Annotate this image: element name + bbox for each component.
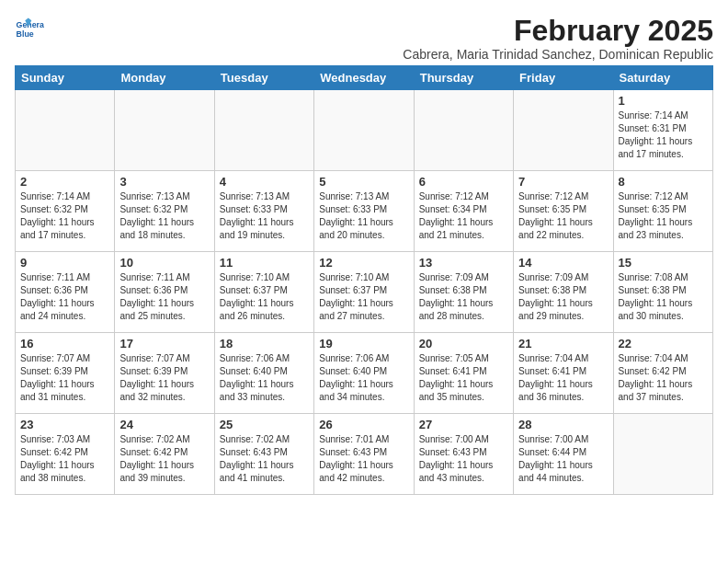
calendar-cell: 26Sunrise: 7:01 AM Sunset: 6:43 PM Dayli… [314,414,414,495]
day-number: 23 [20,418,109,431]
calendar-cell: 11Sunrise: 7:10 AM Sunset: 6:37 PM Dayli… [214,252,313,333]
calendar-week-row: 16Sunrise: 7:07 AM Sunset: 6:39 PM Dayli… [16,333,713,414]
day-number: 16 [20,337,109,350]
day-number: 2 [20,175,109,189]
calendar-cell [16,90,115,171]
day-info: Sunrise: 7:09 AM Sunset: 6:38 PM Dayligh… [419,271,508,323]
calendar-cell: 6Sunrise: 7:12 AM Sunset: 6:34 PM Daylig… [414,171,513,252]
calendar-cell: 12Sunrise: 7:10 AM Sunset: 6:37 PM Dayli… [314,252,414,333]
day-info: Sunrise: 7:10 AM Sunset: 6:37 PM Dayligh… [319,271,408,323]
day-info: Sunrise: 7:12 AM Sunset: 6:34 PM Dayligh… [419,190,508,242]
calendar-cell: 16Sunrise: 7:07 AM Sunset: 6:39 PM Dayli… [16,333,115,414]
calendar-cell: 20Sunrise: 7:05 AM Sunset: 6:41 PM Dayli… [414,333,513,414]
day-info: Sunrise: 7:13 AM Sunset: 6:33 PM Dayligh… [220,190,309,242]
day-info: Sunrise: 7:14 AM Sunset: 6:31 PM Dayligh… [619,109,708,161]
weekday-header-saturday: Saturday [613,66,712,90]
calendar-cell [314,90,414,171]
calendar-cell: 28Sunrise: 7:00 AM Sunset: 6:44 PM Dayli… [514,414,613,495]
title-area: February 2025 Cabrera, Maria Trinidad Sa… [403,15,713,62]
day-info: Sunrise: 7:11 AM Sunset: 6:36 PM Dayligh… [20,271,109,323]
day-info: Sunrise: 7:10 AM Sunset: 6:37 PM Dayligh… [220,271,309,323]
weekday-header-wednesday: Wednesday [314,66,414,90]
calendar-cell: 2Sunrise: 7:14 AM Sunset: 6:32 PM Daylig… [16,171,115,252]
day-info: Sunrise: 7:09 AM Sunset: 6:38 PM Dayligh… [518,271,608,323]
location-subtitle: Cabrera, Maria Trinidad Sanchez, Dominic… [403,47,713,62]
day-number: 8 [619,175,708,189]
calendar-table: SundayMondayTuesdayWednesdayThursdayFrid… [15,65,713,495]
calendar-cell: 8Sunrise: 7:12 AM Sunset: 6:35 PM Daylig… [613,171,712,252]
logo-icon: General Blue [15,15,44,44]
day-info: Sunrise: 7:02 AM Sunset: 6:42 PM Dayligh… [119,433,209,485]
day-info: Sunrise: 7:05 AM Sunset: 6:41 PM Dayligh… [419,352,508,404]
calendar-cell [414,90,513,171]
calendar-cell: 7Sunrise: 7:12 AM Sunset: 6:35 PM Daylig… [514,171,613,252]
calendar-cell: 3Sunrise: 7:13 AM Sunset: 6:32 PM Daylig… [115,171,214,252]
day-number: 14 [518,256,608,270]
calendar-cell: 1Sunrise: 7:14 AM Sunset: 6:31 PM Daylig… [613,90,712,171]
day-number: 19 [319,337,408,350]
day-info: Sunrise: 7:07 AM Sunset: 6:39 PM Dayligh… [119,352,209,404]
day-info: Sunrise: 7:13 AM Sunset: 6:32 PM Dayligh… [119,190,209,242]
day-number: 24 [119,418,209,431]
day-info: Sunrise: 7:08 AM Sunset: 6:38 PM Dayligh… [619,271,708,323]
month-title: February 2025 [403,15,713,47]
calendar-cell: 9Sunrise: 7:11 AM Sunset: 6:36 PM Daylig… [16,252,115,333]
day-number: 15 [619,256,708,270]
weekday-header-sunday: Sunday [16,66,115,90]
calendar-cell: 13Sunrise: 7:09 AM Sunset: 6:38 PM Dayli… [414,252,513,333]
day-info: Sunrise: 7:00 AM Sunset: 6:43 PM Dayligh… [419,433,508,485]
day-number: 11 [220,256,309,270]
calendar-cell: 17Sunrise: 7:07 AM Sunset: 6:39 PM Dayli… [115,333,214,414]
calendar-cell [613,414,712,495]
day-info: Sunrise: 7:07 AM Sunset: 6:39 PM Dayligh… [20,352,109,404]
day-info: Sunrise: 7:12 AM Sunset: 6:35 PM Dayligh… [518,190,608,242]
calendar-cell: 15Sunrise: 7:08 AM Sunset: 6:38 PM Dayli… [613,252,712,333]
calendar-cell: 5Sunrise: 7:13 AM Sunset: 6:33 PM Daylig… [314,171,414,252]
day-info: Sunrise: 7:02 AM Sunset: 6:43 PM Dayligh… [220,433,309,485]
day-number: 5 [319,175,408,189]
day-number: 4 [220,175,309,189]
calendar-week-row: 1Sunrise: 7:14 AM Sunset: 6:31 PM Daylig… [16,90,713,171]
calendar-cell: 19Sunrise: 7:06 AM Sunset: 6:40 PM Dayli… [314,333,414,414]
calendar-cell [115,90,214,171]
day-number: 22 [619,337,708,350]
calendar-cell: 23Sunrise: 7:03 AM Sunset: 6:42 PM Dayli… [16,414,115,495]
day-number: 27 [419,418,508,431]
day-info: Sunrise: 7:06 AM Sunset: 6:40 PM Dayligh… [220,352,309,404]
day-number: 26 [319,418,408,431]
day-info: Sunrise: 7:13 AM Sunset: 6:33 PM Dayligh… [319,190,408,242]
calendar-week-row: 9Sunrise: 7:11 AM Sunset: 6:36 PM Daylig… [16,252,713,333]
calendar-cell: 22Sunrise: 7:04 AM Sunset: 6:42 PM Dayli… [613,333,712,414]
day-number: 6 [419,175,508,189]
day-info: Sunrise: 7:00 AM Sunset: 6:44 PM Dayligh… [518,433,608,485]
day-info: Sunrise: 7:14 AM Sunset: 6:32 PM Dayligh… [20,190,109,242]
day-number: 18 [220,337,309,350]
weekday-header-tuesday: Tuesday [214,66,313,90]
calendar-cell: 27Sunrise: 7:00 AM Sunset: 6:43 PM Dayli… [414,414,513,495]
calendar-cell [214,90,313,171]
day-number: 17 [119,337,209,350]
day-number: 13 [419,256,508,270]
calendar-cell: 14Sunrise: 7:09 AM Sunset: 6:38 PM Dayli… [514,252,613,333]
day-info: Sunrise: 7:12 AM Sunset: 6:35 PM Dayligh… [619,190,708,242]
calendar-week-row: 2Sunrise: 7:14 AM Sunset: 6:32 PM Daylig… [16,171,713,252]
day-number: 25 [220,418,309,431]
calendar-cell: 4Sunrise: 7:13 AM Sunset: 6:33 PM Daylig… [214,171,313,252]
day-number: 21 [518,337,608,350]
calendar-cell: 24Sunrise: 7:02 AM Sunset: 6:42 PM Dayli… [115,414,214,495]
day-number: 1 [619,94,708,108]
svg-text:Blue: Blue [17,29,34,39]
day-number: 12 [319,256,408,270]
calendar-cell: 25Sunrise: 7:02 AM Sunset: 6:43 PM Dayli… [214,414,313,495]
weekday-header-thursday: Thursday [414,66,513,90]
page-header: General Blue February 2025 Cabrera, Mari… [15,15,713,62]
day-info: Sunrise: 7:04 AM Sunset: 6:42 PM Dayligh… [619,352,708,404]
logo: General Blue [15,15,44,44]
day-info: Sunrise: 7:04 AM Sunset: 6:41 PM Dayligh… [518,352,608,404]
day-number: 10 [119,256,209,270]
day-info: Sunrise: 7:03 AM Sunset: 6:42 PM Dayligh… [20,433,109,485]
day-number: 9 [20,256,109,270]
day-number: 28 [518,418,608,431]
day-info: Sunrise: 7:11 AM Sunset: 6:36 PM Dayligh… [119,271,209,323]
weekday-header-row: SundayMondayTuesdayWednesdayThursdayFrid… [16,66,713,90]
